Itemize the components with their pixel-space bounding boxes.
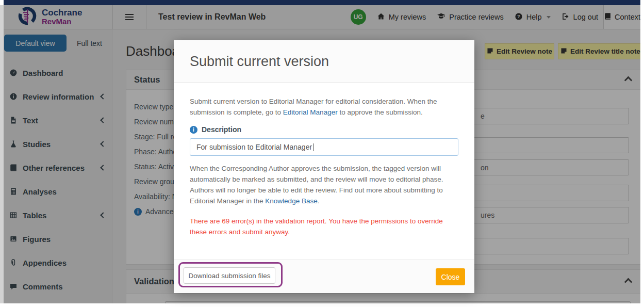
- modal-header: Submit current version: [174, 40, 474, 83]
- left-edge-strip: [0, 5, 4, 303]
- modal-title: Submit current version: [174, 40, 474, 70]
- knowledge-base-link[interactable]: Knowledge Base: [265, 197, 317, 205]
- text-cursor: [313, 143, 313, 151]
- description-label-row: i Description: [190, 125, 458, 134]
- close-button[interactable]: Close: [436, 268, 465, 285]
- modal-body: Submit current version to Editorial Mana…: [174, 96, 474, 237]
- modal-intro-paragraph: Submit current version to Editorial Mana…: [190, 96, 458, 118]
- editorial-manager-link[interactable]: Editorial Manager: [283, 108, 338, 116]
- description-label: Description: [202, 125, 241, 134]
- modal-body-paragraph: When the Corresponding Author approves t…: [190, 163, 458, 206]
- revman-web-app: Cochrane RevMan Test review in RevMan We…: [0, 0, 644, 307]
- validation-error-message: There are 69 error(s) in the validation …: [190, 216, 458, 237]
- submit-current-version-modal: Submit current version Submit current ve…: [174, 40, 474, 293]
- action-highlight-annotation: [178, 262, 283, 287]
- description-input[interactable]: For submission to Editorial Manager: [190, 138, 458, 156]
- info-icon: i: [190, 126, 197, 134]
